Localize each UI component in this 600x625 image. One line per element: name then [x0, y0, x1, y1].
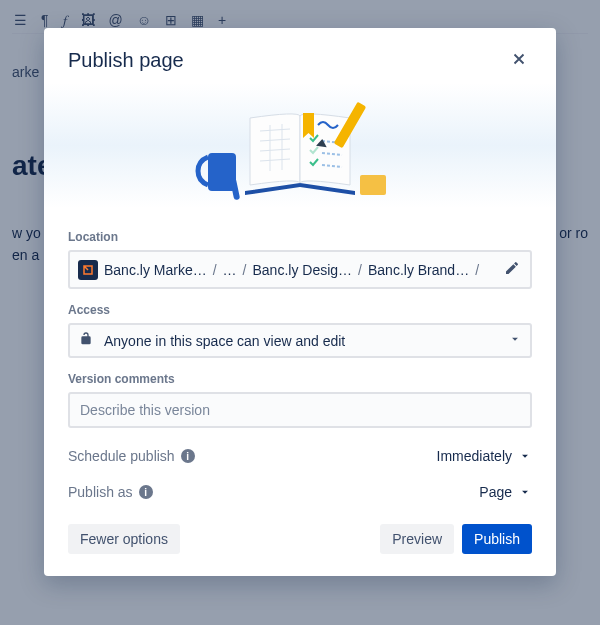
breadcrumb-separator: /	[243, 262, 247, 278]
breadcrumb-separator: /	[213, 262, 217, 278]
publish-button[interactable]: Publish	[462, 524, 532, 554]
pencil-icon	[504, 260, 520, 276]
breadcrumb-item-3: Banc.ly Brand…	[368, 262, 469, 278]
preview-button[interactable]: Preview	[380, 524, 454, 554]
chevron-down-icon	[518, 449, 532, 463]
hero-illustration	[44, 83, 556, 208]
schedule-value: Immediately	[437, 448, 512, 464]
access-label: Access	[68, 303, 532, 317]
breadcrumb: Banc.ly Marke… / … / Banc.ly Desig… / Ba…	[78, 260, 496, 280]
schedule-label: Schedule publish	[68, 448, 175, 464]
location-field[interactable]: Banc.ly Marke… / … / Banc.ly Desig… / Ba…	[68, 250, 532, 289]
breadcrumb-item-0: Banc.ly Marke…	[104, 262, 207, 278]
access-select[interactable]: Anyone in this space can view and edit	[68, 323, 532, 358]
info-icon[interactable]: i	[139, 485, 153, 499]
location-label: Location	[68, 230, 532, 244]
breadcrumb-item-2: Banc.ly Desig…	[252, 262, 352, 278]
access-value: Anyone in this space can view and edit	[104, 333, 345, 349]
breadcrumb-separator: /	[358, 262, 362, 278]
publish-as-value: Page	[479, 484, 512, 500]
version-comments-label: Version comments	[68, 372, 532, 386]
publish-modal: Publish page	[44, 28, 556, 576]
space-icon	[78, 260, 98, 280]
svg-rect-1	[360, 175, 386, 195]
breadcrumb-item-1: …	[223, 262, 237, 278]
chevron-down-icon	[508, 332, 522, 349]
chevron-down-icon	[518, 485, 532, 499]
publish-as-label: Publish as	[68, 484, 133, 500]
breadcrumb-separator: /	[475, 262, 479, 278]
version-comments-input[interactable]	[68, 392, 532, 428]
schedule-select[interactable]: Immediately	[437, 448, 532, 464]
fewer-options-button[interactable]: Fewer options	[68, 524, 180, 554]
info-icon[interactable]: i	[181, 449, 195, 463]
publish-as-select[interactable]: Page	[479, 484, 532, 500]
modal-title: Publish page	[68, 49, 184, 72]
close-button[interactable]	[506, 46, 532, 75]
close-icon	[510, 50, 528, 68]
edit-location-button[interactable]	[502, 258, 522, 281]
unlock-icon	[78, 331, 94, 350]
